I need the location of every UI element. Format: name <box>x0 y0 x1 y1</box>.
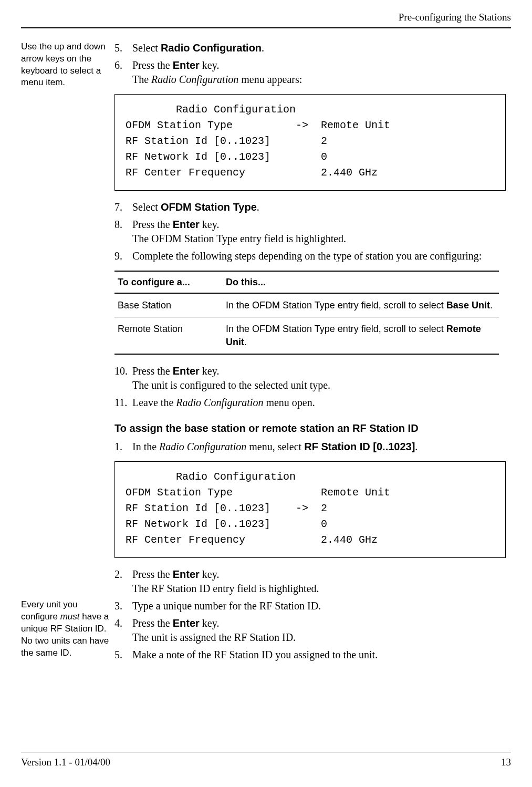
italic-term: must <box>60 612 80 622</box>
table-cell: In the OFDM Station Type entry field, sc… <box>223 317 499 354</box>
bold-term: RF Station ID [0..1023] <box>304 441 415 452</box>
text: menu appears: <box>238 74 302 85</box>
table-row: Remote Station In the OFDM Station Type … <box>114 317 499 354</box>
text: Complete the following steps depending o… <box>132 249 511 263</box>
text: Press the <box>132 59 173 71</box>
text: In the OFDM Station Type entry field, sc… <box>226 324 446 334</box>
text: The RF Station ID entry field is highlig… <box>132 583 319 594</box>
page-number: 13 <box>501 755 511 769</box>
bold-term: Radio Configuration <box>161 42 262 54</box>
text: Press the <box>132 219 173 230</box>
step-number: 9. <box>114 249 132 263</box>
text: . <box>490 300 493 310</box>
step-11: 11. Leave the Radio Configuration menu o… <box>114 396 511 410</box>
text: key. <box>200 59 220 71</box>
step-number: 5. <box>114 41 132 55</box>
step-number: 1. <box>114 440 132 454</box>
text: Type a unique number for the RF Station … <box>132 599 511 613</box>
italic-term: Radio Configuration <box>151 74 238 85</box>
bold-term: OFDM Station Type <box>161 201 257 213</box>
text: Leave the <box>132 397 176 408</box>
step-number: 8. <box>114 218 132 246</box>
text: Select <box>132 201 161 213</box>
table-cell: Base Station <box>114 293 223 317</box>
config-table: To configure a... Do this... Base Statio… <box>114 271 499 355</box>
table-row: Base Station In the OFDM Station Type en… <box>114 293 499 317</box>
table-cell: Remote Station <box>114 317 223 354</box>
footer-version: Version 1.1 - 01/04/00 <box>21 755 110 769</box>
radio-config-menu-2: Radio Configuration OFDM Station Type Re… <box>114 461 506 558</box>
text: The <box>132 74 151 85</box>
text: . <box>415 441 418 452</box>
step-number: 3. <box>114 599 132 613</box>
step-6: 6. Press the Enter key. The Radio Config… <box>114 58 511 87</box>
text: Press the <box>132 617 173 629</box>
table-header: To configure a... <box>114 271 223 293</box>
text: . <box>257 201 259 213</box>
radio-config-menu-1: Radio Configuration OFDM Station Type ->… <box>114 94 506 191</box>
bold-term: Enter <box>173 568 200 580</box>
step-b4: 4. Press the Enter key. The unit is assi… <box>114 616 511 645</box>
step-5: 5. Select Radio Configuration. <box>114 41 511 55</box>
step-7: 7. Select OFDM Station Type. <box>114 200 511 214</box>
italic-term: Radio Configuration <box>159 441 246 452</box>
text: Press the <box>132 568 173 580</box>
italic-term: Radio Configuration <box>176 397 263 408</box>
table-header: Do this... <box>223 271 499 293</box>
step-number: 5. <box>114 648 132 662</box>
step-b5: 5. Make a note of the RF Station ID you … <box>114 648 511 662</box>
step-number: 2. <box>114 567 132 596</box>
text: key. <box>200 617 220 629</box>
text: key. <box>200 219 220 230</box>
step-number: 4. <box>114 616 132 645</box>
sidenote-unique-id: Every unit you configure must have a uni… <box>21 599 110 659</box>
text: . <box>262 42 264 54</box>
text: Make a note of the RF Station ID you ass… <box>132 648 511 662</box>
text: key. <box>200 365 220 377</box>
step-10: 10. Press the Enter key. The unit is con… <box>114 364 511 392</box>
running-header: Pre-configuring the Stations <box>21 11 511 28</box>
bold-term: Base Unit <box>446 300 490 310</box>
text: The unit is assigned the RF Station ID. <box>132 631 296 643</box>
step-b1: 1. In the Radio Configuration menu, sele… <box>114 440 511 454</box>
step-number: 7. <box>114 200 132 214</box>
text: menu open. <box>263 397 315 408</box>
table-cell: In the OFDM Station Type entry field, sc… <box>223 293 499 317</box>
step-number: 11. <box>114 396 132 410</box>
step-number: 6. <box>114 58 132 87</box>
text: menu, select <box>246 441 304 452</box>
sidenote-arrow-keys: Use the up and down arrow keys on the ke… <box>21 41 110 89</box>
text: The OFDM Station Type entry field is hig… <box>132 233 346 244</box>
text: In the OFDM Station Type entry field, sc… <box>226 300 446 310</box>
text: In the <box>132 441 159 452</box>
text: Press the <box>132 365 173 377</box>
step-b2: 2. Press the Enter key. The RF Station I… <box>114 567 511 596</box>
text: Select <box>132 42 161 54</box>
bold-term: Enter <box>173 59 200 71</box>
text: key. <box>200 568 220 580</box>
bold-term: Enter <box>173 219 200 230</box>
step-8: 8. Press the Enter key. The OFDM Station… <box>114 218 511 246</box>
text: The unit is configured to the selected u… <box>132 379 330 391</box>
bold-term: Enter <box>173 617 200 629</box>
text: . <box>244 337 247 347</box>
subsection-heading: To assign the base station or remote sta… <box>114 421 511 436</box>
bold-term: Enter <box>173 365 200 377</box>
step-number: 10. <box>114 364 132 392</box>
step-b3: 3. Type a unique number for the RF Stati… <box>114 599 511 613</box>
step-9: 9. Complete the following steps dependin… <box>114 249 511 263</box>
